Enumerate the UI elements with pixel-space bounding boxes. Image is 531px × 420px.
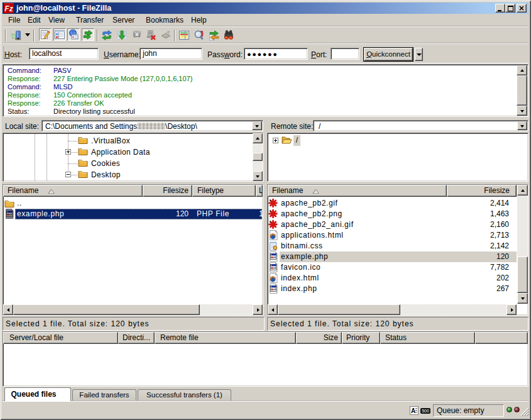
svg-text:Fz: Fz [4, 4, 13, 13]
